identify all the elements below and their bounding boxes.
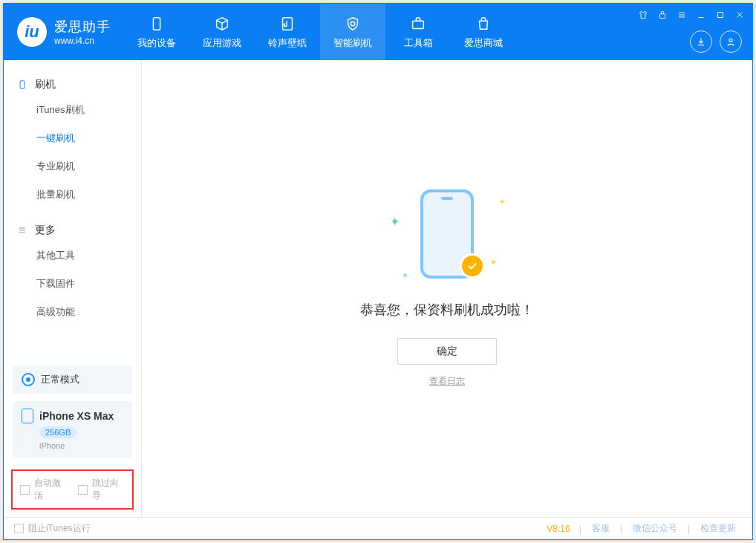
header: iu 爱思助手 www.i4.cn 我的设备 应用游戏 铃声壁纸 智能刷机	[4, 4, 752, 60]
footer-right: V8.16 | 客服 | 微信公众号 | 检查更新	[547, 522, 742, 535]
sidebar-item-advanced[interactable]: 高级功能	[4, 298, 141, 326]
top-nav: 我的设备 应用游戏 铃声壁纸 智能刷机 工具箱 爱思商城	[124, 4, 516, 60]
logo-text: 爱思助手 www.i4.cn	[54, 18, 111, 46]
footer-link-wechat[interactable]: 微信公众号	[627, 522, 683, 535]
svg-rect-2	[413, 21, 424, 28]
svg-rect-3	[660, 14, 665, 19]
checkbox-label: 自动激活	[34, 477, 68, 502]
device-card[interactable]: iPhone XS Max 256GB iPhone	[13, 401, 132, 458]
list-icon	[17, 225, 27, 235]
menu-icon[interactable]	[675, 8, 688, 22]
mode-label: 正常模式	[41, 373, 79, 386]
app-window: iu 爱思助手 www.i4.cn 我的设备 应用游戏 铃声壁纸 智能刷机	[3, 3, 753, 540]
svg-point-5	[729, 39, 732, 42]
version-label: V8.16	[547, 524, 570, 534]
ok-button[interactable]: 确定	[397, 338, 497, 365]
toolbox-icon	[408, 14, 428, 33]
nav-my-device[interactable]: 我的设备	[124, 4, 189, 60]
device-icon	[22, 409, 33, 423]
svg-rect-4	[718, 13, 723, 18]
mode-icon	[22, 373, 35, 386]
main-content: ✦ ✦ 恭喜您，保资料刷机成功啦！ 确定 查看日志	[142, 60, 752, 517]
sidebar-bottom: 正常模式 iPhone XS Max 256GB iPhone	[4, 358, 141, 465]
device-icon	[147, 14, 166, 33]
success-message: 恭喜您，保资料刷机成功啦！	[360, 301, 534, 319]
nav-toolbox[interactable]: 工具箱	[385, 4, 451, 60]
app-name: 爱思助手	[54, 18, 111, 36]
device-type: iPhone	[39, 441, 65, 450]
checkbox-auto-activate[interactable]: 自动激活	[20, 477, 68, 502]
user-button[interactable]	[720, 30, 742, 53]
window-controls	[636, 8, 746, 22]
check-badge-icon	[460, 253, 485, 279]
sidebar-item-itunes-flash[interactable]: iTunes刷机	[4, 96, 141, 124]
header-right	[690, 30, 742, 53]
cube-icon	[212, 14, 232, 33]
footer-link-support[interactable]: 客服	[586, 522, 616, 535]
shield-refresh-icon	[343, 14, 362, 33]
phone-icon	[17, 79, 27, 90]
footer-left: 阻止iTunes运行	[14, 522, 541, 535]
mode-card[interactable]: 正常模式	[13, 365, 132, 394]
nav-label: 智能刷机	[333, 36, 372, 50]
shirt-icon[interactable]	[636, 8, 650, 22]
checkbox-block-itunes[interactable]: 阻止iTunes运行	[14, 522, 91, 535]
svg-rect-6	[20, 81, 25, 89]
logo[interactable]: iu 爱思助手 www.i4.cn	[4, 4, 124, 60]
device-capacity: 256GB	[39, 426, 76, 438]
highlighted-options: 自动激活 跳过向导	[11, 469, 134, 510]
device-name: iPhone XS Max	[39, 410, 114, 422]
minimize-button[interactable]	[694, 8, 708, 22]
sidebar-item-batch-flash[interactable]: 批量刷机	[4, 181, 141, 209]
lock-icon[interactable]	[656, 8, 669, 22]
app-url: www.i4.cn	[54, 36, 111, 46]
close-button[interactable]	[733, 8, 746, 22]
sidebar-scroll: 刷机 iTunes刷机 一键刷机 专业刷机 批量刷机 更多 其他工具 下载固件 …	[4, 60, 141, 358]
sidebar-item-pro-flash[interactable]: 专业刷机	[4, 152, 141, 181]
checkbox-label: 阻止iTunes运行	[28, 522, 91, 535]
sidebar-item-download-firmware[interactable]: 下载固件	[4, 270, 141, 298]
checkbox-icon	[14, 524, 24, 533]
nav-label: 爱思商城	[464, 36, 503, 50]
nav-label: 铃声壁纸	[268, 36, 307, 50]
nav-label: 应用游戏	[203, 36, 241, 50]
nav-store[interactable]: 爱思商城	[451, 4, 516, 60]
sidebar-group-flash[interactable]: 刷机	[4, 74, 141, 96]
bag-icon	[474, 14, 493, 33]
svg-rect-0	[153, 18, 160, 30]
logo-icon: iu	[17, 17, 47, 47]
checkbox-icon	[78, 485, 88, 495]
checkbox-skip-guide[interactable]: 跳过向导	[78, 477, 126, 502]
body: 刷机 iTunes刷机 一键刷机 专业刷机 批量刷机 更多 其他工具 下载固件 …	[4, 60, 752, 517]
nav-smart-flash[interactable]: 智能刷机	[320, 4, 385, 60]
nav-apps-games[interactable]: 应用游戏	[189, 4, 255, 60]
sidebar-item-oneclick-flash[interactable]: 一键刷机	[4, 124, 141, 152]
sidebar-item-other-tools[interactable]: 其他工具	[4, 241, 141, 270]
view-log-link[interactable]: 查看日志	[429, 375, 465, 388]
group-title: 更多	[35, 224, 56, 237]
success-illustration: ✦ ✦	[384, 189, 510, 287]
download-button[interactable]	[690, 30, 712, 53]
music-icon	[278, 14, 297, 33]
sidebar-group-more[interactable]: 更多	[4, 219, 141, 241]
footer: 阻止iTunes运行 V8.16 | 客服 | 微信公众号 | 检查更新	[4, 517, 752, 539]
checkbox-label: 跳过向导	[92, 477, 126, 502]
nav-label: 我的设备	[137, 36, 176, 50]
sidebar: 刷机 iTunes刷机 一键刷机 专业刷机 批量刷机 更多 其他工具 下载固件 …	[4, 60, 142, 517]
group-title: 刷机	[35, 78, 56, 91]
nav-ringtones-wallpapers[interactable]: 铃声壁纸	[255, 4, 320, 60]
checkbox-icon	[20, 485, 30, 495]
nav-label: 工具箱	[404, 36, 433, 50]
maximize-button[interactable]	[714, 8, 727, 22]
footer-link-update[interactable]: 检查更新	[694, 522, 742, 535]
